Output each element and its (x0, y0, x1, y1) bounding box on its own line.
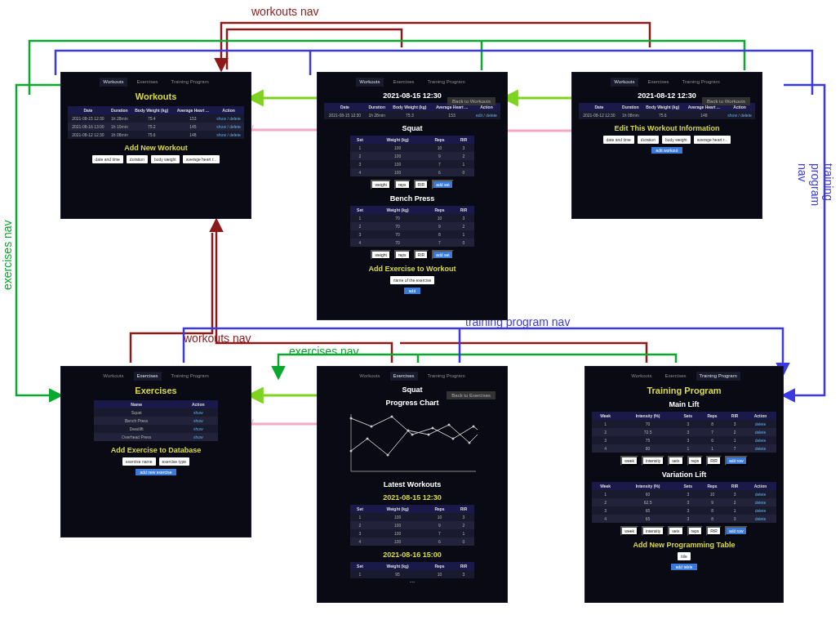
add-row-button[interactable]: add row (725, 456, 748, 466)
section-title: Edit This Workout Information (579, 124, 755, 132)
workout-date: 2021-08-16 15:00 (324, 551, 500, 559)
heart-rate-input[interactable]: average heart r... (694, 136, 731, 144)
program-table: WeekIntensity (%)SetsRepsRIRAction 17038… (592, 412, 776, 453)
workouts-table: Date Duration Body Weight (kg) Average H… (68, 106, 244, 139)
svg-point-10 (391, 416, 393, 418)
label-training-program-nav: training program nav (796, 163, 835, 206)
exercise-name-input[interactable]: exercise name (122, 457, 156, 466)
add-exercise-button[interactable]: add new exercise (136, 469, 177, 475)
add-row-button[interactable]: add row (725, 526, 748, 536)
table-title: Main Lift (592, 400, 776, 408)
table-row: Squatshow (94, 408, 217, 417)
tab-workouts[interactable]: Workouts (356, 78, 383, 87)
weight-input[interactable]: weight (371, 180, 390, 190)
table-row: 2021-08-16 13:001h 10min75.2145show / de… (68, 123, 244, 131)
table-row: 2021-08-15 12:301h 28min75.4153show / de… (68, 114, 244, 123)
page-title: Workouts (68, 91, 244, 101)
body-weight-input[interactable]: body weight (151, 155, 180, 163)
tab-training[interactable]: Training Program (168, 78, 212, 87)
add-set-button[interactable]: add set (432, 180, 453, 190)
svg-point-14 (473, 426, 475, 428)
date-input[interactable]: date and time (603, 136, 634, 144)
section-title: Add New Programming Table (592, 541, 776, 549)
back-button[interactable]: Back to Workouts (702, 97, 750, 105)
date-input[interactable]: date and time (92, 155, 123, 163)
tab-training[interactable]: Training Program (424, 78, 469, 87)
svg-point-4 (428, 434, 430, 436)
svg-point-1 (367, 438, 369, 440)
exercise-type-input[interactable]: exercise type (159, 457, 189, 466)
table-title-input[interactable]: title (678, 552, 691, 560)
rir-input[interactable]: RIR (414, 180, 429, 190)
program-table: WeekIntensity (%)SetsRepsRIRAction 16031… (592, 482, 776, 523)
tab-workouts[interactable]: Workouts (628, 372, 655, 381)
tab-workouts[interactable]: Workouts (356, 372, 383, 381)
reps-input[interactable]: reps (394, 250, 411, 260)
page-title: Training Program (592, 386, 776, 395)
back-button[interactable]: Back to Exercises (447, 391, 496, 399)
tab-workouts[interactable]: Workouts (100, 372, 127, 381)
table-row: 2021-08-12 12:301h 08min75.6148show / de… (579, 111, 755, 119)
reps-input[interactable]: reps (394, 180, 411, 190)
svg-point-2 (387, 454, 389, 457)
chart-title: Progress Chart (324, 399, 500, 407)
svg-point-13 (452, 438, 455, 440)
tab-exercises[interactable]: Exercises (134, 372, 162, 381)
panel-workout-detail: Workouts Exercises Training Program Back… (317, 72, 508, 320)
tab-training[interactable]: Training Program (424, 372, 469, 381)
tab-training[interactable]: Training Program (168, 372, 212, 381)
exercise-name: Squat (324, 124, 500, 132)
table-row: 2021-08-12 12:301h 08min75.6148show / de… (68, 131, 244, 139)
nav-bar: Workouts Exercises Training Program (324, 372, 500, 381)
table-title: Variation Lift (592, 471, 776, 479)
exercises-table: NameAction Squatshow Bench Pressshow Dea… (94, 400, 217, 441)
duration-input[interactable]: duration (638, 136, 659, 144)
weight-input[interactable]: weight (371, 250, 390, 260)
section-title: Add New Workout (68, 144, 244, 152)
heart-rate-input[interactable]: average heart r... (183, 155, 220, 163)
panel-workouts: Workouts Exercises Training Program Work… (60, 72, 251, 219)
table-row: 2021-08-15 12:301h 28min75.3153edit / de… (324, 111, 500, 119)
sets-table: SetWeight (kg)RepsRIR 1100103 210092 310… (350, 136, 473, 176)
page-title: Exercises (68, 386, 244, 395)
add-button[interactable]: add (404, 288, 420, 294)
exercise-name-input[interactable]: name of the exercise (390, 276, 434, 284)
rir-input[interactable]: RIR (414, 250, 429, 260)
sets-table: SetWeight (kg)RepsRIR 1100103 210092 310… (350, 505, 473, 546)
label-workouts-nav-2: workouts nav (184, 332, 251, 345)
panel-exercise-detail: Workouts Exercises Training Program Back… (317, 366, 508, 603)
body-weight-input[interactable]: body weight (662, 136, 691, 144)
section-title: Add Exercise to Database (68, 446, 244, 454)
tab-exercises[interactable]: Exercises (662, 372, 690, 381)
tab-workouts[interactable]: Workouts (611, 78, 638, 87)
back-button[interactable]: Back to Workouts (447, 97, 496, 105)
svg-point-11 (411, 434, 414, 436)
label-workouts-nav: workouts nav (251, 5, 318, 18)
edit-workout-button[interactable]: edit workout (651, 147, 683, 154)
tab-exercises[interactable]: Exercises (134, 78, 162, 87)
svg-point-8 (350, 417, 353, 420)
table-row: Overhead Pressshow (94, 433, 217, 441)
workout-date: 2021-08-15 12:30 (324, 493, 500, 502)
tab-exercises[interactable]: Exercises (390, 78, 418, 87)
tab-exercises[interactable]: Exercises (390, 372, 418, 381)
tab-workouts[interactable]: Workouts (100, 78, 127, 87)
latest-title: Latest Workouts (324, 480, 500, 488)
tab-training[interactable]: Training Program (696, 372, 740, 381)
section-title: Add Exercise to Workout (324, 265, 500, 273)
progress-chart (347, 410, 478, 475)
label-exercises-nav-2: exercises nav (289, 345, 359, 358)
add-set-button[interactable]: add set (432, 250, 453, 260)
table-row: Deadliftshow (94, 425, 217, 433)
workout-info-table: DateDurationBody Weight (kg)Average Hear… (579, 103, 755, 119)
nav-bar: Workouts Exercises Training Program (68, 78, 244, 87)
duration-input[interactable]: duration (127, 155, 148, 163)
tab-training[interactable]: Training Program (679, 78, 723, 87)
tab-exercises[interactable]: Exercises (645, 78, 673, 87)
sets-table: SetWeight (kg)RepsRIR 195103 (350, 562, 473, 578)
add-table-button[interactable]: add table (671, 564, 698, 570)
exercise-name: Bench Press (324, 194, 500, 203)
svg-point-5 (448, 424, 451, 426)
nav-bar: Workouts Exercises Training Program (68, 372, 244, 381)
nav-bar: Workouts Exercises Training Program (592, 372, 776, 381)
